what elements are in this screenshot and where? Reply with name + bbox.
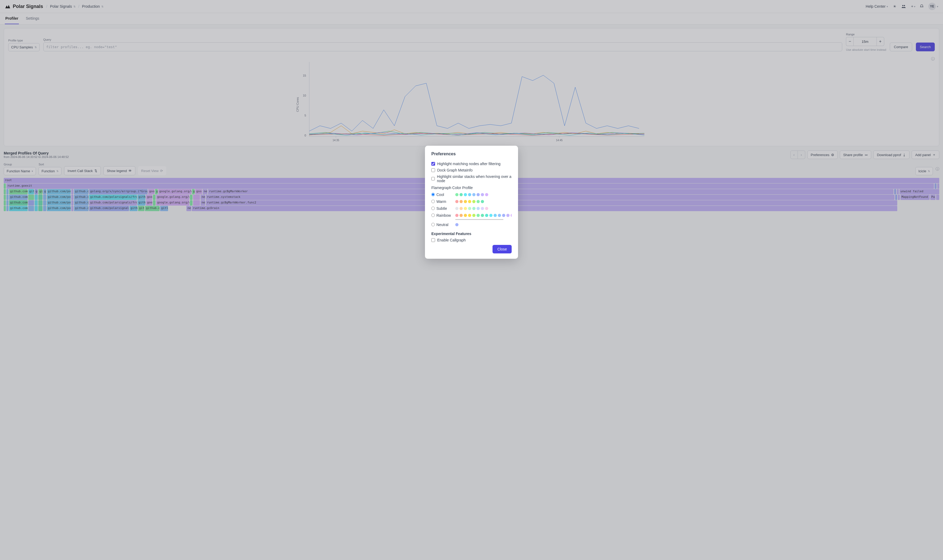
color-swatch — [477, 214, 480, 217]
color-swatch — [481, 207, 484, 210]
color-swatch — [485, 207, 488, 210]
color-swatch — [455, 193, 458, 196]
radio-cool[interactable] — [431, 193, 435, 196]
color-swatch — [481, 200, 484, 203]
color-swatch — [460, 193, 463, 196]
color-option-subtle[interactable]: Subtle — [431, 206, 512, 211]
color-swatch — [468, 214, 471, 217]
color-swatch — [464, 214, 467, 217]
color-option-cool[interactable]: Cool — [431, 192, 512, 197]
color-option-rainbow[interactable]: Rainbow — [431, 213, 512, 220]
opt-highlight-similar[interactable]: Highlight similar stacks when hovering o… — [431, 174, 512, 183]
color-swatch — [472, 200, 475, 203]
opt-enable-callgraph[interactable]: Enable Callgraph — [431, 238, 512, 242]
modal-title: Preferences — [431, 152, 512, 156]
swatches-subtle — [455, 207, 512, 210]
color-swatch — [455, 207, 458, 210]
opt-dock-metainfo[interactable]: Dock Graph MetaInfo — [431, 168, 512, 172]
checkbox-highlight-similar[interactable] — [431, 177, 435, 180]
radio-subtle[interactable] — [431, 207, 435, 210]
color-swatch — [481, 214, 484, 217]
color-swatch — [468, 193, 471, 196]
preferences-modal: Preferences Highlight matching nodes aft… — [425, 146, 518, 259]
color-option-warm[interactable]: Warm — [431, 199, 512, 204]
color-swatch — [468, 200, 471, 203]
color-swatch — [455, 214, 458, 217]
color-swatch — [472, 214, 475, 217]
color-swatch — [506, 214, 509, 217]
experimental-title: Experimental Features — [431, 232, 512, 236]
color-swatch — [477, 193, 480, 196]
color-swatch — [477, 207, 480, 210]
radio-neutral[interactable] — [431, 223, 435, 226]
color-swatch — [477, 200, 480, 203]
color-swatch — [464, 207, 467, 210]
checkbox-enable-callgraph[interactable] — [431, 238, 435, 242]
color-swatch — [460, 200, 463, 203]
color-swatch — [464, 193, 467, 196]
color-swatch — [468, 207, 471, 210]
color-swatch — [511, 214, 512, 217]
color-swatch — [472, 193, 475, 196]
color-swatch — [455, 200, 458, 203]
color-swatch — [481, 193, 484, 196]
color-option-neutral[interactable]: Neutral — [431, 223, 512, 227]
radio-warm[interactable] — [431, 200, 435, 203]
color-swatch — [485, 193, 488, 196]
color-swatch — [472, 207, 475, 210]
color-swatch — [502, 214, 505, 217]
color-swatch — [489, 214, 492, 217]
checkbox-dock-metainfo[interactable] — [431, 168, 435, 172]
color-swatch — [498, 214, 501, 217]
color-swatch — [485, 214, 488, 217]
color-swatch — [455, 223, 458, 226]
radio-rainbow[interactable] — [431, 214, 435, 217]
swatches-neutral — [455, 223, 512, 226]
color-swatch — [460, 207, 463, 210]
opt-highlight-matching[interactable]: Highlight matching nodes after filtering — [431, 162, 512, 166]
close-button[interactable]: Close — [492, 245, 512, 254]
checkbox-highlight-matching[interactable] — [431, 162, 435, 166]
color-swatch — [460, 214, 463, 217]
swatches-cool — [455, 193, 512, 196]
color-swatch — [464, 200, 467, 203]
swatches-warm — [455, 200, 512, 203]
color-swatch — [494, 214, 497, 217]
color-profile-title: Flamegraph Color Profile — [431, 186, 512, 190]
modal-overlay[interactable] — [0, 0, 943, 560]
swatches-rainbow — [455, 214, 512, 217]
rainbow-scrollbar[interactable] — [455, 219, 503, 220]
